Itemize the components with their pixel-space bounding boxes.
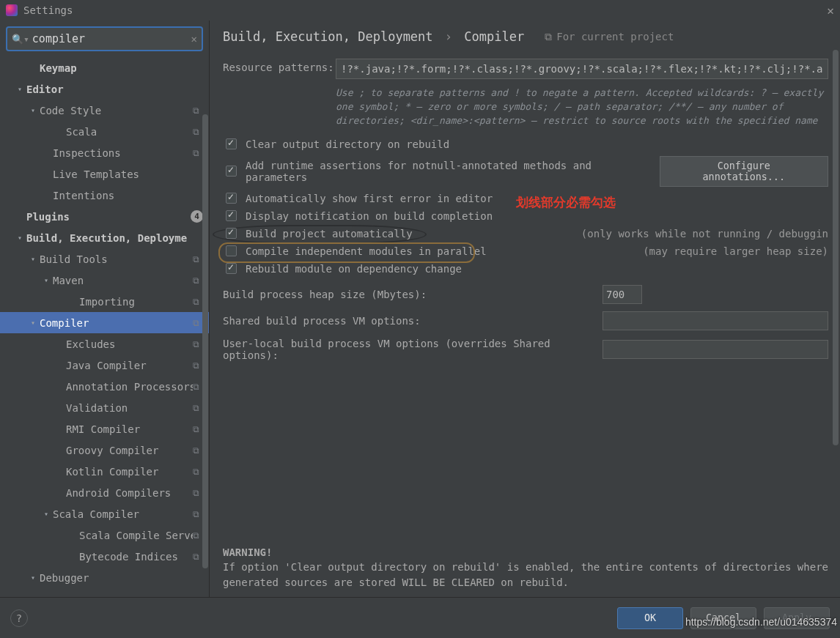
build-auto-checkbox[interactable] xyxy=(226,228,237,239)
configure-annotations-button[interactable]: Configure annotations... xyxy=(660,156,829,187)
tree-item-label: Intentions xyxy=(53,190,203,201)
tree-item-android-compilers[interactable]: Android Compilers⧉ xyxy=(0,482,209,503)
tree-item-label: Importing xyxy=(79,296,193,308)
tree-item-label: Compiler xyxy=(40,317,193,329)
tree-item-excludes[interactable]: Excludes⧉ xyxy=(0,333,209,355)
scope-icon: ⧉ xyxy=(193,148,203,158)
close-icon[interactable]: ✕ xyxy=(827,4,834,18)
first-error-checkbox[interactable] xyxy=(226,193,237,204)
tree-item-label: Groovy Compiler xyxy=(66,445,193,456)
warning-title: WARNING! xyxy=(223,545,828,560)
watermark: https://blog.csdn.net/u014635374 xyxy=(685,616,837,628)
scope-icon: ⧉ xyxy=(193,424,203,434)
tree-item-maven[interactable]: ▾Maven⧉ xyxy=(0,270,209,291)
tree-item-label: Editor xyxy=(26,84,203,95)
tree-scrollbar[interactable] xyxy=(202,114,208,568)
breadcrumb: Build, Execution, Deployment › Compiler xyxy=(223,29,524,44)
left-pane: 🔍▾ ✕ Keymap▾Editor▾Code Style⧉Scala⧉Insp… xyxy=(0,21,210,597)
tree-item-label: Live Templates xyxy=(53,168,203,180)
tree-item-plugins[interactable]: Plugins4 xyxy=(0,206,209,227)
chevron-down-icon: ▾ xyxy=(31,106,40,114)
tree-item-importing[interactable]: Importing⧉ xyxy=(0,291,209,312)
ok-button[interactable]: OK xyxy=(617,607,683,629)
tree-item-label: Bytecode Indices xyxy=(79,551,193,563)
tree-item-label: RMI Compiler xyxy=(66,423,193,435)
assert-notnull-checkbox[interactable] xyxy=(226,166,237,177)
rebuild-module-checkbox[interactable] xyxy=(226,263,237,274)
chevron-down-icon: ▾ xyxy=(18,234,26,242)
tree-item-label: Build Tools xyxy=(40,253,193,265)
tree-item-rmi-compiler[interactable]: RMI Compiler⧉ xyxy=(0,418,209,439)
search-input[interactable] xyxy=(32,32,191,45)
tree-item-debugger[interactable]: ▾Debugger xyxy=(0,567,209,588)
scope-icon: ⧉ xyxy=(193,297,203,307)
build-notification-checkbox[interactable] xyxy=(226,210,237,221)
chevron-down-icon: ▾ xyxy=(44,510,53,518)
tree-item-scala-compile-serve[interactable]: Scala Compile Serve⧉ xyxy=(0,524,209,546)
clear-output-label: Clear output directory on rebuild xyxy=(246,138,449,150)
compile-parallel-side: (may require larger heap size) xyxy=(643,245,828,257)
heap-size-input[interactable] xyxy=(603,285,642,304)
tree-item-editor[interactable]: ▾Editor xyxy=(0,78,209,100)
app-icon xyxy=(6,4,18,16)
tree-item-scala[interactable]: Scala⧉ xyxy=(0,121,209,142)
first-error-label: Automatically show first error in editor xyxy=(246,193,493,204)
annotation-red: 划线部分必需勾选 xyxy=(516,194,616,211)
rebuild-module-label: Rebuild module on dependency change xyxy=(246,263,462,275)
tree-item-label: Annotation Processors xyxy=(66,381,193,393)
tree-item-inspections[interactable]: Inspections⧉ xyxy=(0,142,209,163)
tree-item-kotlin-compiler[interactable]: Kotlin Compiler⧉ xyxy=(0,461,209,482)
tree-item-groovy-compiler[interactable]: Groovy Compiler⧉ xyxy=(0,439,209,461)
clear-search-icon[interactable]: ✕ xyxy=(191,33,197,45)
pattern-hint: Use ; to separate patterns and ! to nega… xyxy=(336,86,828,128)
tree-item-label: Plugins xyxy=(26,211,191,223)
user-vm-input[interactable] xyxy=(603,340,828,359)
chevron-down-icon: ▾ xyxy=(18,85,26,93)
breadcrumb-sep: › xyxy=(445,29,452,44)
scope-icon: ⧉ xyxy=(193,360,203,371)
scope-icon: ⧉ xyxy=(193,127,203,137)
scope-icon: ⧉ xyxy=(193,275,203,286)
tree-item-bytecode-indices[interactable]: Bytecode Indices⧉ xyxy=(0,546,209,567)
user-vm-label: User-local build process VM options (ove… xyxy=(223,338,603,361)
scope-icon: ⧉ xyxy=(193,254,203,264)
search-field[interactable]: 🔍▾ ✕ xyxy=(6,26,203,51)
tree-item-intentions[interactable]: Intentions xyxy=(0,185,209,206)
chevron-down-icon: ▾ xyxy=(44,276,53,284)
chevron-down-icon: ▾ xyxy=(31,255,40,263)
scope-indicator: ⧉ For current project xyxy=(545,31,674,43)
scope-icon: ⧉ xyxy=(193,105,203,116)
tree-item-live-templates[interactable]: Live Templates xyxy=(0,163,209,185)
tree-item-label: Excludes xyxy=(66,338,193,350)
tree-item-compiler[interactable]: ▾Compiler⧉ xyxy=(0,312,209,333)
resource-patterns-input[interactable] xyxy=(336,59,828,79)
content-scrollbar[interactable] xyxy=(833,50,839,445)
tree-item-code-style[interactable]: ▾Code Style⧉ xyxy=(0,100,209,121)
tree-item-keymap[interactable]: Keymap xyxy=(0,57,209,78)
scope-icon: ⧉ xyxy=(193,339,203,349)
settings-tree[interactable]: Keymap▾Editor▾Code Style⧉Scala⧉Inspectio… xyxy=(0,57,209,597)
tree-item-label: Android Compilers xyxy=(66,487,193,499)
heap-label: Build process heap size (Mbytes): xyxy=(223,289,603,300)
help-button[interactable]: ? xyxy=(10,609,28,627)
tree-item-build-tools[interactable]: ▾Build Tools⧉ xyxy=(0,248,209,270)
tree-item-java-compiler[interactable]: Java Compiler⧉ xyxy=(0,355,209,376)
tree-item-label: Inspections xyxy=(53,147,193,159)
scope-icon: ⧉ xyxy=(193,488,203,498)
tree-item-build-execution-deployme[interactable]: ▾Build, Execution, Deployme xyxy=(0,227,209,248)
scope-icon: ⧉ xyxy=(193,530,203,541)
build-auto-label: Build project automatically xyxy=(246,228,413,240)
tree-item-annotation-processors[interactable]: Annotation Processors⧉ xyxy=(0,376,209,397)
tree-item-label: Java Compiler xyxy=(66,360,193,371)
compile-parallel-checkbox[interactable] xyxy=(226,245,237,256)
tree-item-scala-compiler[interactable]: ▾Scala Compiler⧉ xyxy=(0,503,209,524)
scope-icon: ⧉ xyxy=(193,467,203,477)
tree-item-validation[interactable]: Validation⧉ xyxy=(0,397,209,418)
shared-vm-input[interactable] xyxy=(603,311,828,330)
tree-item-label: Scala xyxy=(66,126,193,138)
pattern-label: Resource patterns: xyxy=(223,59,336,73)
tree-item-label: Scala Compile Serve xyxy=(79,530,193,541)
compile-parallel-label: Compile independent modules in parallel xyxy=(246,245,487,257)
tree-item-label: Maven xyxy=(53,275,193,286)
clear-output-checkbox[interactable] xyxy=(226,138,237,149)
